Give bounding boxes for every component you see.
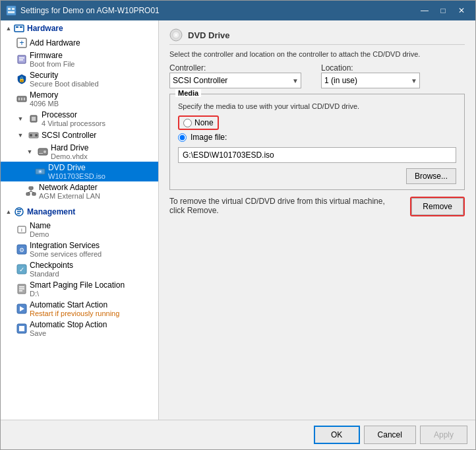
svg-text:+: + <box>19 38 24 48</box>
image-path-input[interactable] <box>178 147 456 163</box>
hardware-section-label: Hardware <box>27 24 63 33</box>
smart-paging-sub: D:\ <box>30 290 125 298</box>
minimize-button[interactable]: — <box>416 4 433 17</box>
dvd-section-icon <box>169 28 183 42</box>
add-hardware-icon: + <box>16 38 27 48</box>
autostart-icon <box>16 304 27 314</box>
svg-rect-15 <box>21 98 22 100</box>
apply-button[interactable]: Apply <box>420 426 467 444</box>
checkpoints-icon: ✓ <box>16 264 27 274</box>
security-sub: Secure Boot disabled <box>30 80 99 88</box>
media-label: Media <box>175 89 201 97</box>
firmware-sub: Boot from File <box>30 60 74 68</box>
sidebar-item-checkpoints[interactable]: ✓ Checkpoints Standard <box>1 259 158 279</box>
sidebar-item-add-hardware[interactable]: + Add Hardware <box>1 36 158 49</box>
remove-description: To remove the virtual CD/DVD drive from … <box>169 197 402 215</box>
integration-icon: ⚙ <box>16 244 27 255</box>
image-file-radio-input[interactable] <box>178 133 187 142</box>
location-select[interactable]: 0 1 (in use) 2 3 <box>321 73 420 88</box>
dvd-drive-section-title: DVD Drive <box>169 28 465 45</box>
none-radio-label[interactable]: None <box>194 118 214 127</box>
autostop-icon <box>16 323 27 334</box>
sidebar-item-dvd-drive[interactable]: DVD Drive W101703ESD.iso <box>1 162 158 181</box>
management-section-header[interactable]: ▲ Management <box>1 204 158 220</box>
window-icon <box>6 5 16 16</box>
sidebar-item-integration[interactable]: ⚙ Integration Services Some services off… <box>1 240 158 259</box>
firmware-icon <box>16 54 27 65</box>
auto-stop-label: Automatic Stop Action <box>30 320 107 329</box>
controller-select[interactable]: SCSI Controller IDE Controller 0 IDE Con… <box>169 73 301 88</box>
dvd-drive-icon <box>35 166 45 177</box>
management-section-label: Management <box>27 207 75 216</box>
network-icon <box>26 186 36 197</box>
svg-rect-37 <box>17 213 20 214</box>
svg-rect-46 <box>19 288 24 290</box>
network-sub: AGM External LAN <box>39 192 100 200</box>
image-file-radio-label[interactable]: Image file: <box>191 133 227 142</box>
section-description: Select the controller and location on th… <box>169 50 465 58</box>
dvd-drive-title: DVD Drive <box>188 30 230 40</box>
sidebar-item-firmware[interactable]: Firmware Boot from File <box>1 49 158 69</box>
dvd-drive-label: DVD Drive <box>48 163 105 172</box>
svg-text:i: i <box>21 227 22 233</box>
none-radio-highlight: None <box>178 115 219 130</box>
sidebar-item-hard-drive[interactable]: ▼ Hard Drive Demo.vhdx <box>1 142 158 162</box>
none-radio-row: None <box>178 115 456 130</box>
management-section-icon <box>14 207 24 217</box>
title-bar: Settings for Demo on AGM-W10PRO01 — □ ✕ <box>1 1 475 20</box>
svg-rect-24 <box>39 153 43 154</box>
footer: OK Cancel Apply <box>1 420 475 449</box>
svg-rect-11 <box>19 59 23 61</box>
svg-rect-30 <box>32 193 36 195</box>
none-radio-input[interactable] <box>183 119 192 127</box>
checkpoints-sub: Standard <box>30 270 73 278</box>
svg-rect-45 <box>19 286 24 288</box>
processor-label: Processor <box>42 110 105 119</box>
name-label: Name <box>30 221 51 230</box>
svg-rect-36 <box>17 211 21 212</box>
controller-label: Controller: <box>169 63 301 73</box>
close-button[interactable]: ✕ <box>453 4 470 17</box>
window-title: Settings for Demo on AGM-W10PRO01 <box>20 6 160 15</box>
svg-rect-51 <box>19 326 24 331</box>
svg-rect-28 <box>29 187 33 189</box>
sidebar-item-scsi[interactable]: ▼ SCSI Controller <box>1 129 158 142</box>
sidebar-item-auto-start[interactable]: Automatic Start Action Restart if previo… <box>1 299 158 319</box>
cancel-button[interactable]: Cancel <box>364 426 416 444</box>
sidebar-item-memory[interactable]: Memory 4096 MB <box>1 89 158 109</box>
network-label: Network Adapter <box>39 183 100 192</box>
controller-location-row: Controller: SCSI Controller IDE Controll… <box>169 63 465 88</box>
sidebar-item-smart-paging[interactable]: Smart Paging File Location D:\ <box>1 279 158 299</box>
controller-group: Controller: SCSI Controller IDE Controll… <box>169 63 301 88</box>
integration-label: Integration Services <box>30 241 102 250</box>
svg-rect-0 <box>7 6 16 15</box>
browse-button[interactable]: Browse... <box>406 168 456 184</box>
sidebar-item-processor[interactable]: ▼ Processor 4 Virtual processors <box>1 109 158 129</box>
svg-rect-6 <box>20 26 22 28</box>
remove-button[interactable]: Remove <box>411 198 463 215</box>
security-label: Security <box>30 71 99 80</box>
location-group: Location: 0 1 (in use) 2 3 ▼ <box>321 63 420 88</box>
ok-button[interactable]: OK <box>314 426 360 444</box>
hardware-section-header[interactable]: ▲ Hardware <box>1 20 158 36</box>
main-panel: DVD Drive Select the controller and loca… <box>159 20 475 420</box>
dvd-drive-sub: W101703ESD.iso <box>48 172 105 180</box>
svg-rect-3 <box>8 11 15 13</box>
remove-section: To remove the virtual CD/DVD drive from … <box>169 197 465 216</box>
scsi-icon <box>28 130 39 141</box>
sidebar-item-network[interactable]: Network Adapter AGM External LAN <box>1 181 158 201</box>
svg-text:⚙: ⚙ <box>19 247 24 253</box>
scsi-label: SCSI Controller <box>42 131 96 140</box>
content-area: ▲ Hardware + Add Hardware <box>1 20 475 420</box>
sidebar-item-security[interactable]: 🔒 Security Secure Boot disabled <box>1 69 158 89</box>
svg-rect-10 <box>19 57 24 59</box>
remove-button-wrapper: Remove <box>410 197 465 216</box>
firmware-label: Firmware <box>30 51 74 60</box>
sidebar-item-name[interactable]: i Name Demo <box>1 220 158 240</box>
hard-drive-label: Hard Drive <box>51 143 88 152</box>
hardware-section-icon <box>14 23 24 34</box>
settings-window: Settings for Demo on AGM-W10PRO01 — □ ✕ … <box>0 0 476 450</box>
name-icon: i <box>16 224 27 235</box>
sidebar-item-auto-stop[interactable]: Automatic Stop Action Save <box>1 319 158 338</box>
maximize-button[interactable]: □ <box>434 4 452 17</box>
